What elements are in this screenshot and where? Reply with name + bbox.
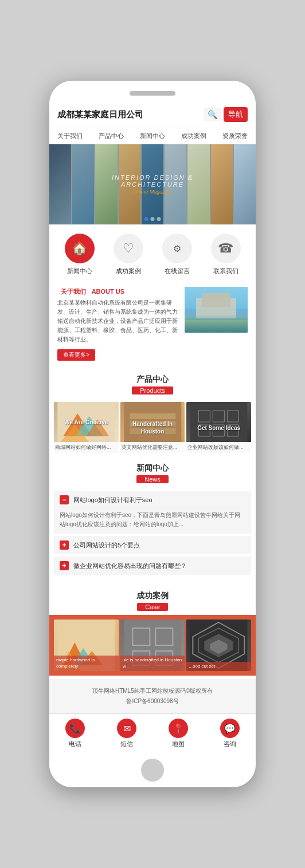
footer: 顶牛网络HTML5纯手工网站模板源码©版权所有 鲁ICP备60003098号 xyxy=(49,679,256,713)
news-item-3: + 微企业网站优化容易出现的问题有哪些？ xyxy=(54,557,251,575)
guestbook-icon-label: 在线留言 xyxy=(165,267,190,275)
bottom-phone[interactable]: 📞 电话 xyxy=(65,719,85,748)
nav-item-cases[interactable]: 成功案例 xyxy=(181,132,206,140)
cases-icon-label: 成功案例 xyxy=(116,267,141,275)
consult-icon: 💬 xyxy=(220,719,240,738)
bottom-bar: 📞 电话 ✉ 短信 📍 地图 💬 咨询 xyxy=(49,713,256,753)
news-icon-circle: 🏠 xyxy=(65,234,95,263)
nav-item-products[interactable]: 产品中心 xyxy=(99,132,124,140)
phone-notch xyxy=(130,91,175,96)
nav-bar: 关于我们 产品中心 新闻中心 成功案例 资质荣誉 xyxy=(49,128,256,144)
bottom-sms[interactable]: ✉ 短信 xyxy=(117,719,136,748)
news-item-1-header: − 网站logo如何设计有利于seo xyxy=(60,495,245,504)
cases-icon-circle: ♡ xyxy=(114,234,143,263)
about-heading-zh: 关于我们 xyxy=(61,288,86,295)
case-3-overlay: ...ood cut set xyxy=(186,662,251,671)
dot-1[interactable] xyxy=(144,217,148,221)
banner-dots xyxy=(144,217,161,221)
bottom-consult-label: 咨询 xyxy=(224,740,236,748)
about-heading: 关于我们 ABOUT US xyxy=(57,287,179,296)
news-toggle-2[interactable]: + xyxy=(60,540,69,550)
strip-6 xyxy=(165,144,186,224)
nav-item-honor[interactable]: 资质荣誉 xyxy=(222,132,248,140)
cases-section: 成功案例 Case maple hardwood is xyxy=(49,581,256,679)
news-item-2: + 公司网站设计的5个要点 xyxy=(54,536,251,554)
product-card-2[interactable]: Handcrafted In Houston 英文网站优化需要注意... xyxy=(120,402,185,453)
case-card-1[interactable]: maple hardwood is completely xyxy=(54,620,119,671)
news-title-3: 微企业网站优化容易出现的问题有哪些？ xyxy=(73,562,187,570)
case-1-overlay: maple hardwood is completely xyxy=(54,656,119,671)
dot-3[interactable] xyxy=(157,217,161,221)
product-2-overlay: Handcrafted In Houston xyxy=(125,420,180,435)
about-heading-en: ABOUT US xyxy=(92,288,124,295)
sms-icon: ✉ xyxy=(117,719,136,738)
map-icon: 📍 xyxy=(169,719,188,738)
bottom-map-label: 地图 xyxy=(172,740,185,748)
header: 成都某某家庭日用公司 🔍 导航 xyxy=(49,101,256,128)
nav-button[interactable]: 导航 xyxy=(224,107,248,122)
svg-rect-1 xyxy=(185,315,248,333)
products-section: 产品中心 Products We Are Creative xyxy=(49,368,256,456)
company-title: 成都某某家庭日用公司 xyxy=(57,109,143,120)
cases-title-zh: 成功案例 xyxy=(49,591,256,601)
strip-5 xyxy=(142,144,163,224)
product-card-3[interactable]: Get Some Ideas 企业网站改版该如何做... xyxy=(186,402,251,453)
icon-item-cases[interactable]: ♡ 成功案例 xyxy=(114,234,143,275)
icons-row: 🏠 新闻中心 ♡ 成功案例 ⚙ 在线留言 ☎ 联系我们 xyxy=(49,224,256,280)
nav-item-about[interactable]: 关于我们 xyxy=(57,132,83,140)
phone-home-button[interactable] xyxy=(141,759,164,782)
about-text: 关于我们 ABOUT US 北京某某物料自动化系统有限公司是一家集研发、设计、生… xyxy=(57,287,179,361)
products-header: 产品中心 Products xyxy=(49,368,256,399)
strip-4 xyxy=(119,144,140,224)
products-grid: We Are Creative 商城网站如何做好网络... xyxy=(49,399,256,456)
about-section: 关于我们 ABOUT US 北京某某物料自动化系统有限公司是一家集研发、设计、生… xyxy=(49,280,256,368)
about-image xyxy=(185,287,248,333)
bottom-map[interactable]: 📍 地图 xyxy=(169,719,188,748)
product-1-caption: 商城网站如何做好网络... xyxy=(54,442,119,453)
product-img-2: Handcrafted In Houston xyxy=(120,402,185,442)
case-card-3[interactable]: ...ood cut set xyxy=(186,620,251,671)
strip-2 xyxy=(72,144,94,224)
banner-strips xyxy=(49,144,256,224)
product-img-1: We Are Creative xyxy=(54,402,119,442)
products-title-zh: 产品中心 xyxy=(49,374,256,385)
products-title-en: Products xyxy=(132,386,173,394)
bottom-sms-label: 短信 xyxy=(120,740,133,748)
nav-button-label: 导航 xyxy=(228,109,243,120)
icon-item-news[interactable]: 🏠 新闻中心 xyxy=(65,234,95,275)
news-toggle-1[interactable]: − xyxy=(60,495,69,504)
bottom-consult[interactable]: 💬 咨询 xyxy=(220,719,240,748)
product-3-caption: 企业网站改版该如何做... xyxy=(186,442,251,453)
news-icon-label: 新闻中心 xyxy=(67,267,92,275)
svg-rect-4 xyxy=(202,293,230,307)
strip-3 xyxy=(95,144,117,224)
news-title-zh: 新闻中心 xyxy=(49,463,256,474)
news-title-en: News xyxy=(136,475,169,483)
cases-title-en: Case xyxy=(137,603,168,611)
strip-9 xyxy=(234,144,256,224)
news-header: 新闻中心 News xyxy=(49,456,256,487)
product-img-3: Get Some Ideas xyxy=(186,402,251,442)
product-card-1[interactable]: We Are Creative 商城网站如何做好网络... xyxy=(54,402,119,453)
guestbook-icon-circle: ⚙ xyxy=(162,234,192,263)
news-title-1: 网站logo如何设计有利于seo xyxy=(73,496,152,504)
product-1-overlay: We Are Creative xyxy=(58,419,114,426)
news-content-1: 网站logo如何设计有利于seo，下面是青岛煎墨网站建设苦牛网给关于网站logo… xyxy=(60,507,245,529)
strip-8 xyxy=(211,144,233,224)
nav-item-news[interactable]: 新闻中心 xyxy=(140,132,165,140)
news-list: − 网站logo如何设计有利于seo 网站logo如何设计有利于seo，下面是青… xyxy=(49,487,256,581)
about-more-button[interactable]: 查看更多> xyxy=(57,349,95,361)
icon-item-contact[interactable]: ☎ 联系我们 xyxy=(211,234,241,275)
icon-item-guestbook[interactable]: ⚙ 在线留言 xyxy=(162,234,192,275)
bottom-phone-label: 电话 xyxy=(69,740,81,748)
case-card-2[interactable]: ule is handcrafted in Houston w xyxy=(120,620,185,671)
dot-2[interactable] xyxy=(151,217,155,221)
contact-icon-circle: ☎ xyxy=(211,234,241,263)
product-3-overlay: Get Some Ideas xyxy=(191,424,247,431)
news-toggle-3[interactable]: + xyxy=(60,561,69,570)
phone-screen: 成都某某家庭日用公司 🔍 导航 关于我们 产品中心 新闻中心 成功案例 资质荣誉 xyxy=(49,101,256,787)
case-2-overlay: ule is handcrafted in Houston w xyxy=(120,656,185,671)
news-item-1: − 网站logo如何设计有利于seo 网站logo如何设计有利于seo，下面是青… xyxy=(54,491,251,534)
search-icon[interactable]: 🔍 xyxy=(204,108,221,121)
phone-frame: 成都某某家庭日用公司 🔍 导航 关于我们 产品中心 新闻中心 成功案例 资质荣誉 xyxy=(49,81,256,787)
